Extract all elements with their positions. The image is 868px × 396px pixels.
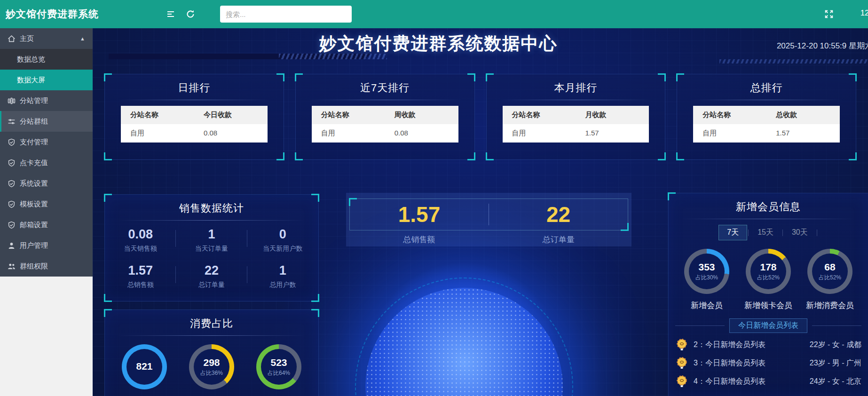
sidebar-item-label: 群组权限 [20, 262, 48, 271]
divider [118, 220, 305, 221]
home-icon [8, 35, 16, 43]
menu-icon[interactable] [166, 9, 176, 19]
card-title: 本月排行 [487, 81, 665, 95]
stat-today-new-users: 0 当天新用户数 [247, 222, 318, 259]
cell-amount: 1.57 [576, 124, 649, 143]
shield-check-icon [8, 159, 16, 167]
total-sales-value: 1.57 [350, 199, 489, 230]
page-title: 妙文馆付费进群系统数据中心 [319, 32, 558, 55]
stat-total-orders: 22 总订单量 [176, 259, 247, 295]
cell-site-name: 自用 [312, 124, 385, 143]
donut-card-members: 178 占比52% 新增领卡会员 [738, 249, 799, 311]
tab-30days[interactable]: 30天 [784, 225, 816, 240]
table-row: 自用 1.57 [693, 124, 840, 143]
total-orders-label: 总订单量 [489, 234, 629, 245]
sidebar-item-label: 模板设置 [20, 200, 48, 209]
sidebar-nav: 主页 ▲ 数据总览 数据大屏 分站管理 分站群组 支付管理 点卡充值 [0, 28, 93, 277]
donut-row: 821 298 占比36% 523 占比64% [105, 344, 318, 389]
sidebar-item-home[interactable]: 主页 ▲ [0, 28, 93, 49]
column-header: 月收款 [576, 106, 649, 124]
sidebar-item-email-settings[interactable]: 邮箱设置 [0, 214, 93, 235]
datetime-display: 2025-12-20 10:55:9 星期六 [777, 40, 868, 51]
shield-check-icon [8, 180, 16, 188]
donut-chart: 523 占比64% [256, 344, 301, 389]
today-members-list-button[interactable]: 今日新增会员列表 [729, 318, 807, 333]
total-orders-value: 22 [489, 199, 628, 230]
column-header: 分站名称 [503, 106, 576, 124]
donut-new-members: 353 占比30% 新增会员 [676, 249, 737, 311]
table-row: 自用 0.08 [312, 124, 458, 143]
column-header: 分站名称 [312, 106, 385, 124]
sidebar-item-label: 数据总览 [17, 55, 45, 64]
tab-15days[interactable]: 15天 [750, 225, 781, 240]
totals-labels: 总销售额 总订单量 [349, 234, 628, 245]
sidebar-item-group-permissions[interactable]: 群组权限 [0, 256, 93, 277]
consume-ratio-card: 消费占比 821 298 占比36% 523 [104, 309, 319, 396]
chevron-up-icon: ▲ [80, 36, 85, 41]
sidebar-item-template-settings[interactable]: 模板设置 [0, 194, 93, 214]
rank-table: 分站名称 总收款 自用 1.57 [693, 106, 840, 143]
sidebar-item-label: 系统设置 [20, 179, 48, 188]
member-list-item: 2：今日新增会员列表 22岁 - 女 - 成都 [675, 338, 861, 351]
stat-today-sales: 0.08 当天销售额 [105, 222, 176, 259]
bulb-icon [675, 356, 688, 370]
bulb-icon [675, 338, 688, 351]
sidebar-item-label: 支付管理 [20, 138, 48, 147]
sidebar-item-data-overview[interactable]: 数据总览 [0, 49, 93, 70]
sidebar-item-substation-mgmt[interactable]: 分站管理 [0, 90, 93, 111]
stats-grid: 0.08 当天销售额 1 当天订单量 0 当天新用户数 1.57 总销售额 22… [105, 222, 318, 295]
rank-card-month: 本月排行 分站名称 月收款 自用 1.57 [486, 74, 666, 160]
columns-icon [8, 97, 16, 105]
sidebar-item-substation-groups[interactable]: 分站群组 [0, 111, 93, 132]
shield-check-icon [8, 221, 16, 229]
refresh-icon[interactable] [185, 9, 196, 19]
divider [682, 219, 855, 219]
donut-chart: 298 占比36% [189, 344, 234, 389]
divider [500, 100, 652, 100]
stat-today-orders: 1 当天订单量 [176, 222, 247, 259]
sidebar-item-label: 分站群组 [20, 117, 48, 126]
stat-total-users: 1 总用户数 [247, 259, 318, 295]
card-title: 新增会员信息 [669, 200, 868, 214]
divider [309, 100, 461, 100]
sidebar-item-system-settings[interactable]: 系统设置 [0, 173, 93, 194]
rank-card-total: 总排行 分站名称 总收款 自用 1.57 [677, 74, 856, 160]
decorative-stripes-right [719, 59, 868, 63]
data-screen: 妙文馆付费进群系统数据中心 2025-12-20 10:55:9 星期六 日排行… [93, 28, 868, 396]
column-header: 今日收款 [194, 106, 268, 124]
table-row: 自用 0.08 [121, 124, 268, 143]
tab-7days[interactable]: 7天 [718, 225, 747, 240]
period-tabs: 7天 15天 30天 [669, 225, 868, 240]
cell-site-name: 自用 [121, 124, 194, 143]
card-title: 消费占比 [105, 317, 318, 331]
cell-amount: 0.08 [385, 124, 458, 143]
header-right-number: 123 [860, 8, 868, 18]
sidebar-item-payment-mgmt[interactable]: 支付管理 [0, 132, 93, 152]
rank-table: 分站名称 今日收款 自用 0.08 [121, 106, 268, 143]
shield-check-icon [8, 138, 16, 146]
sidebar-item-label: 点卡充值 [20, 158, 48, 167]
sidebar-item-card-recharge[interactable]: 点卡充值 [0, 152, 93, 173]
shield-check-icon [8, 200, 16, 208]
sidebar-item-label: 主页 [20, 34, 34, 43]
sales-stats-card: 销售数据统计 0.08 当天销售额 1 当天订单量 0 当天新用户数 1.57 … [104, 194, 319, 301]
fullscreen-icon[interactable] [824, 9, 834, 19]
globe-graphic [365, 288, 563, 396]
sidebar-item-user-mgmt[interactable]: 用户管理 [0, 235, 93, 256]
divider [118, 335, 305, 336]
card-title: 日排行 [105, 81, 284, 95]
stat-total-sales: 1.57 总销售额 [105, 259, 176, 295]
sidebar-item-label: 用户管理 [20, 241, 48, 250]
rank-table: 分站名称 周收款 自用 0.08 [312, 106, 458, 143]
rank-card-7days: 近7天排行 分站名称 周收款 自用 0.08 [295, 74, 475, 160]
column-header: 分站名称 [121, 106, 194, 124]
column-header: 周收款 [385, 106, 458, 124]
ranking-cards-row: 日排行 分站名称 今日收款 自用 0.08 近7天排行 分站名称 周收款 [104, 74, 856, 160]
search-input[interactable] [220, 6, 352, 23]
sidebar-item-data-screen[interactable]: 数据大屏 [0, 70, 93, 90]
column-header: 分站名称 [693, 106, 766, 124]
cell-amount: 0.08 [194, 124, 268, 143]
cell-site-name: 自用 [693, 124, 766, 143]
app-title: 妙文馆付费进群系统 [0, 8, 160, 21]
totals-box: 1.57 22 [349, 198, 628, 230]
